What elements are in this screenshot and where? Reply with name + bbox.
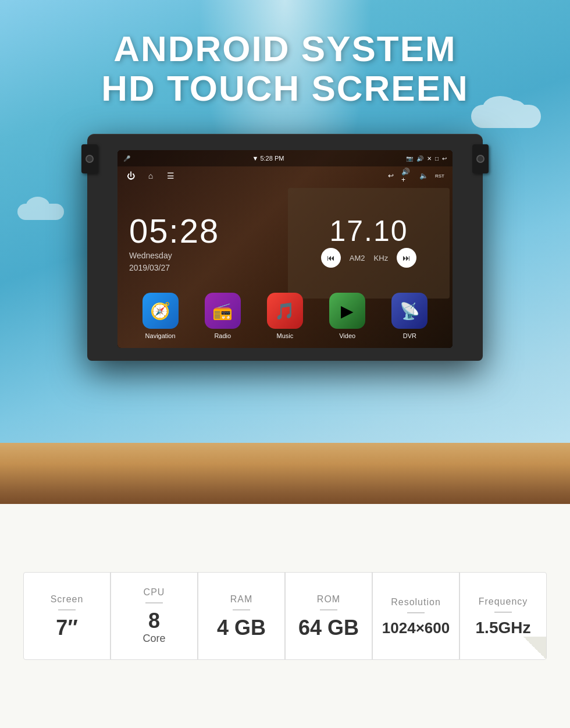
screen: 🎤 ▼ 5:28 PM 📷 🔊 ✕ □ ↩ xyxy=(117,150,453,348)
clock-date: 2019/03/27 xyxy=(129,263,273,272)
spec-cpu-unit: Core xyxy=(142,633,165,645)
app-dvr[interactable]: 📡 DVR xyxy=(391,293,428,339)
clock-status: 5:28 PM xyxy=(260,155,284,162)
spec-ram-label: RAM xyxy=(230,594,253,605)
status-center: ▼ 5:28 PM xyxy=(252,155,284,162)
status-left: 🎤 xyxy=(123,155,130,162)
mount-tab-right xyxy=(472,144,489,173)
radio-unit: KHz xyxy=(374,254,389,262)
camera-icon: 📷 xyxy=(406,155,413,162)
spec-ram-divider xyxy=(233,609,250,610)
radio-prev-btn[interactable]: ⏮ xyxy=(321,248,341,268)
headline-line1: ANDROID SYSTEM xyxy=(0,29,570,69)
dvr-label: DVR xyxy=(403,332,416,339)
radio-frequency: 17.10 xyxy=(329,214,408,248)
stereo-bezel: 🎤 ▼ 5:28 PM 📷 🔊 ✕ □ ↩ xyxy=(87,134,483,361)
spec-screen: Screen 7″ xyxy=(23,572,111,660)
dvr-icon: 📡 xyxy=(391,293,428,329)
clock-display: 05:28 xyxy=(129,214,273,248)
app-navigation[interactable]: 🧭 Navigation xyxy=(142,293,179,339)
spec-cpu-divider xyxy=(145,602,163,603)
spec-screen-value: 7″ xyxy=(56,617,77,638)
app-grid: 🧭 Navigation 📻 Radio 🎵 Music ▶ Video xyxy=(117,290,453,342)
menu-icon[interactable]: ☰ xyxy=(164,169,177,182)
spec-ram: RAM 4 GB xyxy=(198,572,285,660)
nav-label: Navigation xyxy=(145,332,176,339)
radio-controls: ⏮ AM2 KHz ⏭ xyxy=(321,248,416,268)
spec-rom-divider xyxy=(320,609,337,610)
status-right: 📷 🔊 ✕ □ ↩ xyxy=(406,155,447,162)
window-icon: □ xyxy=(435,155,439,162)
radio-next-btn[interactable]: ⏭ xyxy=(397,248,416,268)
stereo-unit: 🎤 ▼ 5:28 PM 📷 🔊 ✕ □ ↩ xyxy=(87,134,483,361)
spec-ram-value: 4 GB xyxy=(217,617,266,638)
cloud-left xyxy=(17,204,64,220)
table-surface xyxy=(0,443,570,513)
screen-container: 🎤 ▼ 5:28 PM 📷 🔊 ✕ □ ↩ xyxy=(117,150,453,348)
radio-app-icon: 📻 xyxy=(205,293,241,329)
notification-bar: ↩ 🔊+ 🔈 RST xyxy=(385,170,446,182)
rst-label[interactable]: RST xyxy=(434,170,446,182)
spec-resolution-value: 1024×600 xyxy=(382,620,450,635)
app-music[interactable]: 🎵 Music xyxy=(267,293,303,339)
spec-resolution: Resolution 1024×600 xyxy=(372,572,459,660)
vol-down-icon[interactable]: 🔈 xyxy=(418,170,429,182)
specs-grid: Screen 7″ CPU 8 Core RAM 4 GB ROM 64 GB … xyxy=(23,572,547,660)
spec-cpu-label: CPU xyxy=(144,587,165,598)
spec-frequency-value: 1.5GHz xyxy=(476,620,531,636)
spec-cpu-value: 8 xyxy=(148,610,160,631)
spec-screen-label: Screen xyxy=(51,594,84,605)
status-bar: 🎤 ▼ 5:28 PM 📷 🔊 ✕ □ ↩ xyxy=(117,150,453,166)
nav-icon: 🧭 xyxy=(142,293,179,329)
spec-frequency-divider xyxy=(494,612,512,613)
back-nav-icon[interactable]: ↩ xyxy=(385,170,397,182)
spec-frequency-label: Frequency xyxy=(479,596,528,607)
app-video[interactable]: ▶ Video xyxy=(329,293,365,339)
signal-icon: ▼ xyxy=(252,155,259,162)
spec-cpu: CPU 8 Core xyxy=(111,572,198,660)
headline-line2: HD TOUCH SCREEN xyxy=(0,69,570,108)
power-icon[interactable]: ⏻ xyxy=(124,169,137,182)
home-icons: ⏻ ⌂ ☰ xyxy=(124,169,177,182)
mount-tab-left xyxy=(81,144,98,173)
video-icon: ▶ xyxy=(329,293,365,329)
video-label: Video xyxy=(339,332,355,339)
radio-band: AM2 xyxy=(350,254,365,262)
vol-up-icon[interactable]: 🔊+ xyxy=(401,170,413,182)
app-radio[interactable]: 📻 Radio xyxy=(205,293,241,339)
music-label: Music xyxy=(277,332,294,339)
home-bar: ⏻ ⌂ ☰ ↩ 🔊+ 🔈 RST xyxy=(117,166,453,185)
spec-screen-divider xyxy=(58,609,76,610)
radio-app-label: Radio xyxy=(214,332,231,339)
specs-section: Screen 7″ CPU 8 Core RAM 4 GB ROM 64 GB … xyxy=(0,504,570,728)
spec-frequency: Frequency 1.5GHz xyxy=(459,572,547,660)
main-content: 05:28 Wednesday 2019/03/27 17.10 ⏮ AM2 K… xyxy=(117,185,453,301)
home-icon[interactable]: ⌂ xyxy=(144,169,157,182)
volume-icon: 🔊 xyxy=(416,155,423,162)
close-icon: ✕ xyxy=(427,155,432,162)
spec-resolution-label: Resolution xyxy=(391,597,441,608)
clock-panel: 05:28 Wednesday 2019/03/27 xyxy=(117,185,285,301)
clock-day: Wednesday xyxy=(129,251,273,260)
spec-rom-value: 64 GB xyxy=(298,617,359,638)
back-icon: ↩ xyxy=(442,155,447,162)
spec-resolution-divider xyxy=(407,612,425,613)
headline: ANDROID SYSTEM HD TOUCH SCREEN xyxy=(0,29,570,108)
music-icon: 🎵 xyxy=(267,293,303,329)
spec-rom-label: ROM xyxy=(317,594,340,605)
spec-rom: ROM 64 GB xyxy=(285,572,372,660)
mic-icon: 🎤 xyxy=(123,155,130,162)
radio-panel: 17.10 ⏮ AM2 KHz ⏭ xyxy=(288,188,450,299)
